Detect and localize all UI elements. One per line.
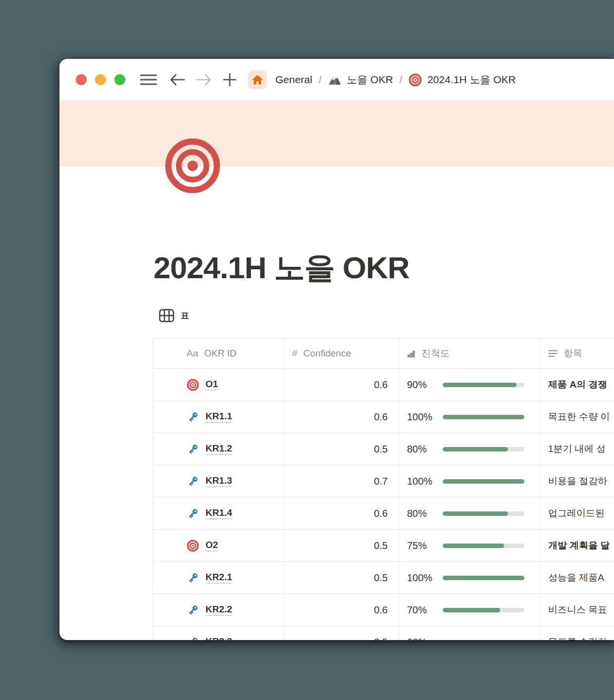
confidence-cell[interactable]: 0.5	[284, 433, 399, 465]
table-row[interactable]: O1 0.6 90% 제품 A의 경쟁	[153, 369, 614, 401]
item-cell[interactable]: 비즈니스 목표	[540, 594, 614, 626]
okr-table: Aa OKR ID # Confidence 진척도 항목	[153, 338, 614, 640]
table-row[interactable]: O2 0.5 75% 개발 계획을 달	[153, 530, 614, 562]
table-row[interactable]: KR1.3 0.7 100% 비용을 절감하	[153, 465, 614, 498]
item-text: 업그레이드된	[548, 507, 605, 520]
item-cell[interactable]: 1분기 내에 성	[540, 433, 614, 465]
confidence-cell[interactable]: 0.5	[284, 530, 399, 561]
confidence-cell[interactable]: 0.5	[284, 626, 399, 640]
okr-id-cell[interactable]: O2	[153, 530, 284, 561]
progress-bar	[443, 576, 524, 580]
confidence-cell[interactable]: 0.6	[284, 401, 399, 433]
progress-cell[interactable]: 75%	[399, 530, 540, 561]
breadcrumb: General / 노을 OKR /	[275, 73, 516, 87]
confidence-value: 0.5	[374, 540, 388, 551]
breadcrumb-item-current-page[interactable]: 2024.1H 노을 OKR	[409, 73, 516, 87]
confidence-cell[interactable]: 0.6	[284, 594, 399, 626]
title-property-icon: Aa	[187, 348, 198, 359]
table-header-row: Aa OKR ID # Confidence 진척도 항목	[153, 338, 614, 369]
progress-percent: 100%	[407, 476, 443, 487]
confidence-cell[interactable]: 0.6	[284, 369, 399, 400]
okr-id-link[interactable]: KR1.2	[205, 443, 232, 455]
okr-id-cell[interactable]: KR1.2	[153, 433, 284, 465]
okr-id-cell[interactable]: KR1.4	[153, 498, 284, 529]
item-cell[interactable]: 비용을 절감하	[540, 465, 614, 497]
confidence-cell[interactable]: 0.5	[284, 562, 399, 594]
okr-id-link[interactable]: KR2.2	[205, 604, 232, 616]
mountain-icon	[328, 73, 341, 87]
breadcrumb-label: 노을 OKR	[347, 73, 393, 87]
page-title: 2024.1H 노을 OKR	[154, 247, 409, 289]
column-header-okr-id[interactable]: Aa OKR ID	[153, 339, 284, 368]
page-cover-banner[interactable]	[59, 100, 614, 167]
column-header-item[interactable]: 항목	[540, 339, 614, 368]
item-text: 1분기 내에 성	[548, 443, 606, 455]
item-cell[interactable]: 목표한 수량 이	[540, 401, 614, 433]
progress-cell[interactable]: 100%	[399, 562, 540, 594]
progress-cell[interactable]: 80%	[399, 498, 540, 529]
progress-cell[interactable]: 60%	[399, 626, 540, 640]
okr-id-link[interactable]: O1	[205, 379, 218, 391]
target-icon	[409, 73, 422, 87]
okr-id-cell[interactable]: KR1.1	[153, 401, 284, 433]
new-tab-plus-icon[interactable]	[222, 72, 237, 87]
okr-id-cell[interactable]: KR2.1	[153, 562, 284, 594]
okr-id-cell[interactable]: KR1.3	[153, 465, 284, 497]
number-property-icon: #	[292, 348, 298, 359]
progress-bar	[443, 544, 524, 548]
column-label: 진척도	[421, 347, 450, 360]
key-icon	[187, 443, 199, 455]
progress-cell[interactable]: 100%	[399, 401, 540, 433]
okr-id-link[interactable]: KR1.1	[205, 411, 232, 423]
sidebar-menu-icon[interactable]	[140, 73, 157, 86]
table-row[interactable]: KR2.1 0.5 100% 성능을 제품A	[153, 562, 614, 594]
zoom-window-button[interactable]	[114, 74, 125, 85]
progress-cell[interactable]: 100%	[399, 465, 540, 497]
item-cell[interactable]: 성능을 제품A	[540, 562, 614, 594]
progress-cell[interactable]: 80%	[399, 433, 540, 465]
column-header-confidence[interactable]: # Confidence	[284, 339, 399, 368]
progress-bar	[443, 608, 524, 612]
okr-id-cell[interactable]: KR2.3	[153, 626, 284, 640]
home-icon[interactable]	[248, 70, 267, 89]
okr-id-link[interactable]: KR1.4	[205, 507, 232, 520]
app-window: General / 노을 OKR /	[59, 59, 614, 640]
table-row[interactable]: KR1.2 0.5 80% 1분기 내에 성	[153, 433, 614, 465]
progress-cell[interactable]: 70%	[399, 594, 540, 626]
okr-id-cell[interactable]: KR2.2	[153, 594, 284, 626]
item-text: 성능을 제품A	[548, 571, 604, 584]
okr-id-link[interactable]: O2	[205, 540, 218, 552]
column-header-progress[interactable]: 진척도	[399, 339, 540, 368]
confidence-cell[interactable]: 0.7	[284, 465, 399, 497]
column-label: 항목	[563, 347, 582, 360]
okr-id-link[interactable]: KR1.3	[205, 475, 232, 488]
item-text: 목표한 수량 이	[548, 410, 610, 423]
breadcrumb-label: General	[275, 74, 312, 86]
minimize-window-button[interactable]	[95, 74, 106, 85]
item-cell[interactable]: 업그레이드된	[540, 498, 614, 529]
key-icon	[187, 507, 199, 520]
table-row[interactable]: KR1.1 0.6 100% 목표한 수량 이	[153, 401, 614, 433]
item-cell[interactable]: 제품 A의 경쟁	[540, 369, 614, 400]
key-icon	[187, 572, 199, 584]
tab-table-view[interactable]: 표	[159, 309, 189, 322]
table-row[interactable]: KR2.2 0.6 70% 비즈니스 목표	[153, 594, 614, 626]
back-arrow-icon[interactable]	[170, 73, 185, 86]
item-cell[interactable]: 개발 계획을 달	[540, 530, 614, 561]
page-icon-target[interactable]	[165, 138, 220, 194]
okr-id-link[interactable]: KR2.3	[205, 636, 232, 640]
close-window-button[interactable]	[76, 74, 87, 85]
forward-arrow-icon[interactable]	[196, 73, 211, 86]
breadcrumb-item-noeul-okr[interactable]: 노을 OKR	[328, 73, 393, 87]
okr-id-link[interactable]: KR2.1	[205, 572, 232, 584]
breadcrumb-item-general[interactable]: General	[275, 74, 312, 86]
okr-id-cell[interactable]: O1	[153, 369, 284, 400]
item-cell[interactable]: 목표를 수립하	[540, 626, 614, 640]
confidence-cell[interactable]: 0.6	[284, 498, 399, 529]
progress-cell[interactable]: 90%	[399, 369, 540, 400]
table-row[interactable]: KR2.3 0.5 60% 목표를 수립하	[153, 626, 614, 640]
progress-bar	[443, 479, 524, 484]
item-text: 목표를 수립하	[548, 636, 607, 640]
table-row[interactable]: KR1.4 0.6 80% 업그레이드된	[153, 498, 614, 530]
confidence-value: 0.6	[374, 604, 388, 616]
